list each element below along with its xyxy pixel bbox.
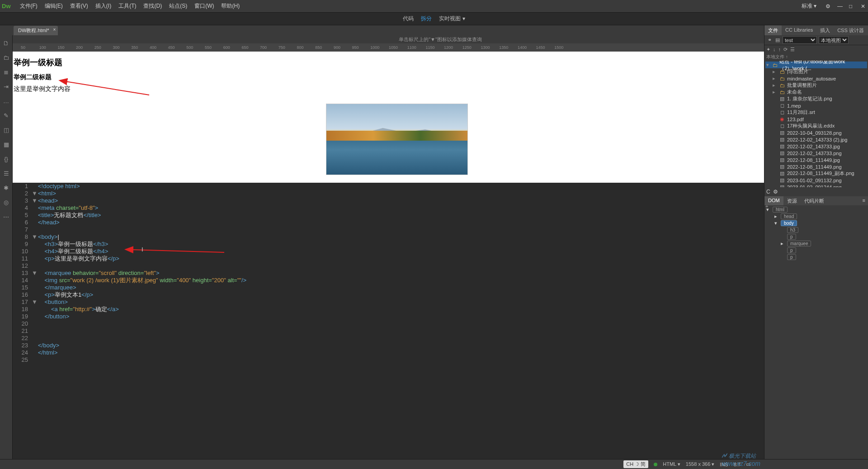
- dom-tree[interactable]: + ▾html▸head▾body h3 p▸marquee p p: [764, 205, 868, 261]
- dom-tree-node[interactable]: p: [766, 247, 866, 254]
- dom-tree-node[interactable]: h3: [766, 227, 866, 233]
- panel-menu-icon[interactable]: ≡: [860, 196, 868, 205]
- dom-add-icon[interactable]: +: [765, 204, 772, 209]
- tab-css-designer[interactable]: CSS 设计器: [834, 25, 868, 35]
- menu-view[interactable]: 查看(V): [66, 2, 92, 10]
- refresh-icon[interactable]: C: [766, 189, 770, 195]
- maximize-button[interactable]: □: [846, 2, 854, 10]
- file-tree-row[interactable]: ▧2023-01-02_091132.png: [765, 177, 867, 184]
- tool-panel2-icon[interactable]: ▦: [2, 140, 10, 148]
- code-line[interactable]: 6 </head>: [13, 219, 868, 226]
- file-tree-row[interactable]: ▧2022-10-04_093128.png: [765, 129, 867, 136]
- menu-window[interactable]: 窗口(W): [191, 2, 217, 10]
- download-icon[interactable]: ↓: [773, 47, 776, 52]
- code-line[interactable]: 20: [13, 320, 868, 327]
- tool-brackets-icon[interactable]: {}: [2, 155, 10, 163]
- file-tree-row[interactable]: ▧1. 康奈尔笔记法.png: [765, 95, 867, 102]
- language-selector[interactable]: HTML ▾: [663, 461, 680, 467]
- view-live[interactable]: 实时视图 ▾: [439, 15, 465, 23]
- file-tree-root[interactable]: ▾🗀站点 - test (D:\tools\桌面\work（2）\work (.…: [765, 62, 867, 68]
- tool-file-icon[interactable]: 🗋: [2, 39, 10, 47]
- code-line[interactable]: 15 </marquee>: [13, 284, 868, 291]
- menu-help[interactable]: 帮助(H): [217, 2, 243, 10]
- tool-list-icon[interactable]: ☰: [2, 169, 10, 177]
- tab-cc-libraries[interactable]: CC Libraries: [782, 25, 816, 35]
- code-line[interactable]: 21: [13, 327, 868, 335]
- expand-icon[interactable]: ☰: [790, 47, 795, 52]
- tool-open-icon[interactable]: 🗀: [2, 53, 10, 62]
- code-line[interactable]: 8▼<body>|: [13, 233, 868, 241]
- file-tree-row[interactable]: ▧2022-12-02_143733.jpg: [765, 143, 867, 150]
- view-selector[interactable]: 本地视图: [819, 36, 849, 44]
- dom-tree-node[interactable]: ▾body: [766, 220, 866, 227]
- code-line[interactable]: 1 <!doctype html>: [13, 183, 868, 190]
- file-tree[interactable]: ▾🗀站点 - test (D:\tools\桌面\work（2）\work (.…: [764, 61, 868, 187]
- code-line[interactable]: 5 <title>无标题文档</title>: [13, 212, 868, 219]
- file-tree-row[interactable]: ◻1.mep: [765, 102, 867, 109]
- close-tab-icon[interactable]: ×: [53, 27, 56, 32]
- file-tree-row[interactable]: ◻11月28日.srt: [765, 109, 867, 116]
- file-tree-row[interactable]: ▸🗀mindmaster_autosave: [765, 75, 867, 82]
- menu-insert[interactable]: 插入(I): [92, 2, 115, 10]
- dom-tree-node[interactable]: ▾html: [766, 206, 866, 213]
- view-split[interactable]: 拆分: [421, 15, 432, 23]
- code-line[interactable]: 13▼ <marquee behavior="scroll" direction…: [13, 270, 868, 277]
- menu-edit[interactable]: 编辑(E): [41, 2, 66, 10]
- dom-tree-node[interactable]: ▸marquee: [766, 240, 866, 247]
- tab-snippets[interactable]: 代码片断: [801, 196, 828, 205]
- tab-files[interactable]: 文件: [764, 25, 782, 35]
- tool-target-icon[interactable]: ◎: [2, 198, 10, 206]
- upload-icon[interactable]: ↑: [778, 47, 781, 52]
- file-tree-row[interactable]: ▸🗀批量调整图片: [765, 82, 867, 89]
- dom-tree-node[interactable]: p: [766, 233, 866, 240]
- menu-find[interactable]: 查找(D): [140, 2, 165, 10]
- file-tree-row[interactable]: ▧2023-01-02_091244.png: [765, 184, 867, 187]
- code-line[interactable]: 24 </html>: [13, 349, 868, 356]
- ruler[interactable]: 5010015020025030035040045050055060065070…: [13, 43, 868, 52]
- file-tree-row[interactable]: ▧2022-12-02_143733.png: [765, 150, 867, 156]
- tool-star-icon[interactable]: ✱: [2, 184, 10, 192]
- code-line[interactable]: 17▼ <button>: [13, 298, 868, 306]
- tab-assets[interactable]: 资源: [783, 196, 801, 205]
- site-selector[interactable]: test: [783, 36, 817, 44]
- code-line[interactable]: 2▼<html>: [13, 190, 868, 197]
- tool-brush-icon[interactable]: ✎: [2, 111, 10, 119]
- menu-site[interactable]: 站点(S): [165, 2, 191, 10]
- dom-tree-node[interactable]: ▸head: [766, 213, 866, 220]
- code-line[interactable]: 18 <a href="http:#">确定</a>: [13, 306, 868, 313]
- code-line[interactable]: 25: [13, 356, 868, 364]
- file-tree-row[interactable]: ▧2022-12-08_111449.jpg: [765, 156, 867, 163]
- ime-indicator[interactable]: CH ☽ 简: [623, 460, 648, 468]
- tool-panel1-icon[interactable]: ◫: [2, 126, 10, 134]
- sync-icon[interactable]: ⟳: [783, 47, 788, 52]
- code-line[interactable]: 22: [13, 335, 868, 342]
- code-line[interactable]: 14 <img src="work (2) /work (1)/图片素材.jpe…: [13, 277, 868, 284]
- file-tree-row[interactable]: ▧2022-12-08_111449.png: [765, 163, 867, 170]
- code-line[interactable]: 16 <p>举例文本1</p>: [13, 291, 868, 298]
- close-button[interactable]: ✕: [858, 2, 866, 10]
- connect-icon[interactable]: ⚭: [766, 37, 773, 43]
- tab-insert[interactable]: 插入: [816, 25, 834, 35]
- code-editor[interactable]: I 1 <!doctype html>2▼<html>3▼<head>4 <me…: [13, 183, 868, 469]
- code-line[interactable]: 12: [13, 262, 868, 270]
- view-code[interactable]: 代码: [403, 15, 414, 23]
- site-icon[interactable]: ▤: [774, 37, 781, 43]
- menu-file[interactable]: 文件(F): [16, 2, 41, 10]
- settings-small-icon[interactable]: ⚙: [773, 189, 778, 195]
- file-tree-row[interactable]: ▧2022-12-02_143733 (2).jpg: [765, 136, 867, 143]
- tool-more-icon[interactable]: ⋯: [2, 213, 10, 221]
- code-line[interactable]: 19 </button>: [13, 313, 868, 320]
- layout-dropdown[interactable]: 标准 ▾: [799, 1, 819, 11]
- local-files-header[interactable]: 本地文件 ↑: [766, 54, 788, 60]
- document-tab[interactable]: DW教程.html* ×: [14, 26, 58, 35]
- code-line[interactable]: 23 </body>: [13, 342, 868, 349]
- file-tree-row[interactable]: ◉123.pdf: [765, 116, 867, 123]
- file-tree-row[interactable]: ▧2022-12-08_111449_副本.png: [765, 170, 867, 177]
- code-line[interactable]: 4 <meta charset="utf-8">: [13, 204, 868, 212]
- code-line[interactable]: 3▼<head>: [13, 197, 868, 204]
- tool-quotes-icon[interactable]: …: [2, 97, 10, 105]
- minimize-button[interactable]: —: [835, 2, 843, 10]
- design-preview[interactable]: 举例一级标题 举例二级标题 这里是举例文字内容: [13, 52, 868, 183]
- dom-tree-node[interactable]: p: [766, 254, 866, 261]
- file-tree-row[interactable]: ◻17种头脑风暴法.eddx: [765, 123, 867, 129]
